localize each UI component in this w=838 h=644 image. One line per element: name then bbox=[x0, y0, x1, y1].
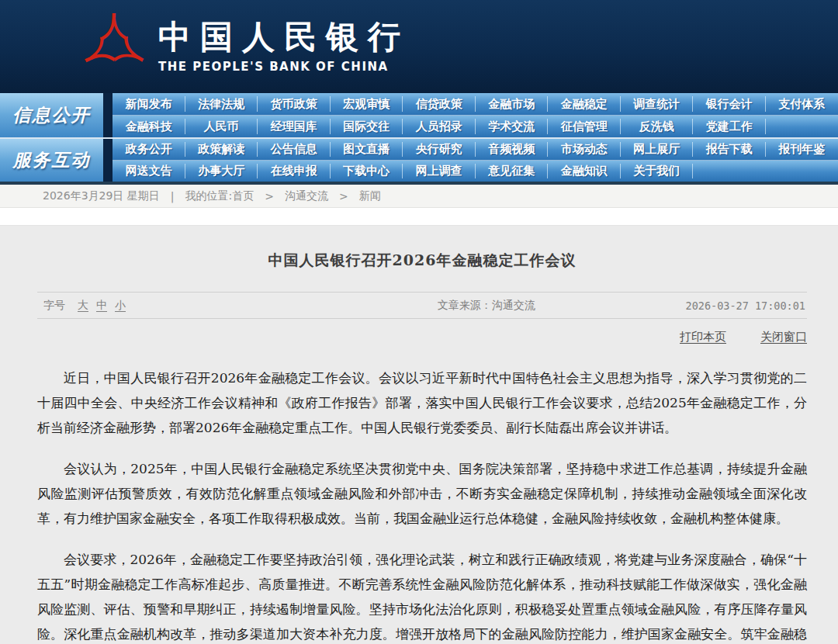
nav-item[interactable]: 金融市场 bbox=[476, 93, 549, 115]
nav-item[interactable]: 网上展厅 bbox=[621, 139, 694, 160]
breadcrumb-item-communication[interactable]: 沟通交流 bbox=[285, 189, 328, 203]
nav-item[interactable]: 公告信息 bbox=[258, 139, 331, 160]
nav-item[interactable]: 意见征集 bbox=[476, 161, 549, 182]
article-meta-bar: 字号 大 中 小 文章来源：沟通交流 2026-03-27 17:00:01 bbox=[37, 292, 807, 319]
nav-item[interactable]: 金融科技 bbox=[113, 116, 185, 137]
nav-item[interactable]: 银行会计 bbox=[693, 93, 766, 115]
font-size-label: 字号 bbox=[43, 299, 65, 313]
article-datetime: 2026-03-27 17:00:01 bbox=[686, 299, 805, 312]
nav-menu: 政务公开政策解读公告信息图文直播央行研究音频视频市场动态网上展厅报告下载报刊年鉴… bbox=[113, 139, 838, 182]
article-content: 中国人民银行召开2026年金融稳定工作会议 字号 大 中 小 文章来源：沟通交流… bbox=[0, 226, 838, 644]
nav-item[interactable]: 反洗钱 bbox=[621, 116, 694, 137]
pboc-logo-icon[interactable]: 人 人 人 bbox=[84, 14, 144, 79]
nav-item[interactable]: 政策解读 bbox=[185, 139, 258, 160]
nav-row: 政务公开政策解读公告信息图文直播央行研究音频视频市场动态网上展厅报告下载报刊年鉴 bbox=[113, 139, 838, 160]
breadcrumb: 2026年3月29日 星期日 | 我的位置:首页 > 沟通交流 > 新闻 bbox=[0, 185, 838, 208]
nav-section-info-disclosure: 信息公开 新闻发布法律法规货币政策宏观审慎信贷政策金融市场金融稳定调查统计银行会… bbox=[0, 93, 838, 137]
nav-item[interactable]: 下载中心 bbox=[331, 161, 403, 182]
nav-menu: 新闻发布法律法规货币政策宏观审慎信贷政策金融市场金融稳定调查统计银行会计支付体系… bbox=[113, 93, 838, 137]
nav-cell-empty bbox=[766, 161, 838, 182]
nav-divider bbox=[103, 93, 113, 137]
breadcrumb-separator: > bbox=[265, 190, 274, 203]
nav-cell-empty bbox=[766, 116, 838, 137]
nav-item[interactable]: 关于我们 bbox=[621, 161, 694, 182]
breadcrumb-home[interactable]: 我的位置:首页 bbox=[185, 189, 255, 203]
nav-item[interactable]: 音频视频 bbox=[476, 139, 549, 160]
font-size-medium-button[interactable]: 中 bbox=[96, 299, 107, 313]
article-paragraph: 近日，中国人民银行召开2026年金融稳定工作会议。会议以习近平新时代中国特色社会… bbox=[37, 365, 807, 440]
article-paragraph: 会议要求，2026年，金融稳定工作要坚持政治引领，强化理论武装，树立和践行正确政… bbox=[37, 547, 807, 644]
nav-row: 金融科技人民币经理国库国际交往人员招录学术交流征信管理反洗钱党建工作 bbox=[113, 115, 838, 137]
nav-row: 网送文告办事大厅在线申报下载中心网上调查意见征集金融知识关于我们 bbox=[113, 160, 838, 182]
font-size-controls: 字号 大 中 小 bbox=[37, 299, 126, 313]
font-size-large-button[interactable]: 大 bbox=[78, 299, 88, 313]
article-source-value: 沟通交流 bbox=[492, 299, 535, 311]
article-actions: 打印本页 关闭窗口 bbox=[37, 319, 807, 355]
site-subtitle: THE PEOPLE'S BANK OF CHINA bbox=[158, 60, 410, 74]
print-page-button[interactable]: 打印本页 bbox=[680, 330, 726, 345]
nav-item[interactable]: 网送文告 bbox=[113, 161, 185, 182]
nav-item[interactable]: 征信管理 bbox=[548, 116, 621, 137]
nav-item[interactable]: 信贷政策 bbox=[403, 93, 476, 115]
article-source: 文章来源：沟通交流 bbox=[438, 299, 535, 313]
breadcrumb-separator: > bbox=[339, 190, 348, 203]
nav-item[interactable]: 人员招录 bbox=[403, 116, 476, 137]
nav-item[interactable]: 办事大厅 bbox=[185, 161, 258, 182]
spacer-strip bbox=[0, 208, 838, 226]
nav-item[interactable]: 调查统计 bbox=[621, 93, 694, 115]
nav-divider bbox=[103, 139, 113, 182]
nav-item[interactable]: 法律法规 bbox=[185, 93, 258, 115]
nav-cell-empty bbox=[693, 161, 766, 182]
nav-section-service-interaction: 服务互动 政务公开政策解读公告信息图文直播央行研究音频视频市场动态网上展厅报告下… bbox=[0, 137, 838, 182]
logo-text: 中国人民银行 THE PEOPLE'S BANK OF CHINA bbox=[158, 19, 410, 73]
main-navigation: 信息公开 新闻发布法律法规货币政策宏观审慎信贷政策金融市场金融稳定调查统计银行会… bbox=[0, 93, 838, 185]
breadcrumb-item-news[interactable]: 新闻 bbox=[359, 189, 381, 203]
article-source-label: 文章来源： bbox=[438, 299, 492, 311]
nav-row: 新闻发布法律法规货币政策宏观审慎信贷政策金融市场金融稳定调查统计银行会计支付体系 bbox=[113, 93, 838, 115]
article-body: 近日，中国人民银行召开2026年金融稳定工作会议。会议以习近平新时代中国特色社会… bbox=[37, 365, 807, 644]
nav-item[interactable]: 支付体系 bbox=[766, 93, 838, 115]
close-window-button[interactable]: 关闭窗口 bbox=[760, 330, 807, 345]
current-date: 2026年3月29日 星期日 bbox=[43, 189, 160, 203]
nav-label-info-disclosure[interactable]: 信息公开 bbox=[0, 93, 103, 137]
nav-item[interactable]: 党建工作 bbox=[693, 116, 766, 137]
breadcrumb-divider: | bbox=[171, 190, 175, 203]
nav-item[interactable]: 在线申报 bbox=[258, 161, 331, 182]
nav-item[interactable]: 央行研究 bbox=[403, 139, 476, 160]
nav-item[interactable]: 新闻发布 bbox=[113, 93, 185, 115]
font-size-small-button[interactable]: 小 bbox=[115, 299, 126, 313]
nav-item[interactable]: 金融稳定 bbox=[548, 93, 621, 115]
site-title: 中国人民银行 bbox=[158, 19, 410, 55]
nav-item[interactable]: 图文直播 bbox=[331, 139, 403, 160]
nav-item[interactable]: 报告下载 bbox=[693, 139, 766, 160]
page-title: 中国人民银行召开2026年金融稳定工作会议 bbox=[37, 226, 807, 271]
nav-item[interactable]: 宏观审慎 bbox=[331, 93, 403, 115]
article-paragraph: 会议认为，2025年，中国人民银行金融稳定系统坚决贯彻党中央、国务院决策部署，坚… bbox=[37, 456, 807, 531]
nav-item[interactable]: 货币政策 bbox=[258, 93, 331, 115]
nav-item[interactable]: 市场动态 bbox=[548, 139, 621, 160]
nav-item[interactable]: 报刊年鉴 bbox=[766, 139, 838, 160]
nav-label-service-interaction[interactable]: 服务互动 bbox=[0, 139, 103, 182]
nav-item[interactable]: 金融知识 bbox=[548, 161, 621, 182]
nav-item[interactable]: 学术交流 bbox=[476, 116, 549, 137]
nav-item[interactable]: 经理国库 bbox=[258, 116, 331, 137]
nav-item[interactable]: 网上调查 bbox=[403, 161, 476, 182]
nav-item[interactable]: 政务公开 bbox=[113, 139, 185, 160]
nav-item[interactable]: 人民币 bbox=[185, 116, 258, 137]
nav-item[interactable]: 国际交往 bbox=[331, 116, 403, 137]
site-header: 人 人 人 中国人民银行 THE PEOPLE'S BANK OF CHINA bbox=[0, 0, 838, 93]
